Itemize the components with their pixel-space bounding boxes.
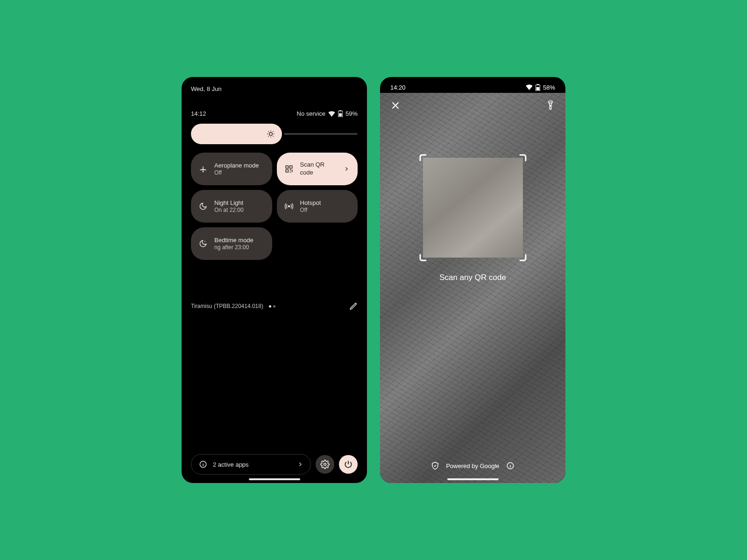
frame-corner [419,154,435,170]
version-row: Tiramisu (TPBB.220414.018) [182,288,367,310]
battery-percent: 59% [345,110,358,117]
status-bar: 14:20 58% [380,77,565,93]
scan-frame [419,154,527,261]
date-label: Wed, 8 Jun [182,77,367,92]
build-label: Tiramisu (TPBB.220414.018) [191,303,263,309]
battery-icon [536,84,540,91]
airplane-icon [198,165,208,173]
brightness-slider[interactable] [182,117,367,144]
qr-icon [284,165,294,173]
wifi-icon [328,111,335,117]
tile-title: Bedtime mode [214,237,265,245]
shield-icon [431,462,439,470]
edit-icon[interactable] [349,302,358,310]
chevron-right-icon [344,166,350,172]
nav-handle[interactable] [447,478,499,480]
time-label: 14:20 [390,84,406,91]
chevron-right-icon [297,462,303,467]
active-apps-pill[interactable]: 2 active apps [191,454,311,475]
settings-button[interactable] [316,455,334,474]
wifi-icon [526,84,533,90]
tile-title: Scan QR code [300,161,338,177]
svg-rect-6 [286,170,288,172]
frame-corner [511,154,527,170]
svg-point-10 [324,463,326,466]
hotspot-icon [284,202,294,210]
quick-settings-tiles: Aeroplane mode Off Scan QR code Night Li… [182,144,367,260]
page-dots [269,305,275,308]
service-label: No service [297,110,325,117]
gear-icon [320,460,330,469]
tile-sub: On at 22:00 [214,207,265,213]
qr-scanner-screen: 14:20 58% Scan any QR code Pow [380,77,565,483]
frame-corner [511,245,527,261]
tile-scan-qr[interactable]: Scan QR code [277,153,358,185]
tile-title: Night Light [214,199,265,207]
flashlight-button[interactable] [546,100,555,111]
active-apps-label: 2 active apps [213,461,292,468]
frame-corner [419,245,435,261]
camera-viewfinder [380,93,565,483]
battery-percent: 58% [543,84,555,91]
tile-title: Aeroplane mode [214,162,265,170]
tile-bedtime-mode[interactable]: Bedtime mode ng after 23:00 [191,227,272,260]
status-bar: 14:12 No service 59% [182,92,367,117]
time-label: 14:12 [191,110,206,117]
battery-icon [338,110,343,117]
svg-rect-4 [286,166,288,168]
powered-label: Powered by Google [446,462,499,469]
power-button[interactable] [339,455,358,474]
svg-rect-14 [549,101,552,103]
bedtime-icon [198,239,208,248]
nav-handle[interactable] [249,478,300,480]
info-icon [199,460,207,469]
bottom-bar: 2 active apps [191,454,358,475]
tile-sub: Off [300,207,351,213]
tile-hotspot[interactable]: Hotspot Off [277,190,358,223]
svg-point-7 [288,206,289,207]
scan-prompt: Scan any QR code [380,273,565,282]
svg-point-8 [204,241,205,242]
brightness-icon [266,129,275,139]
svg-rect-5 [289,166,292,168]
svg-point-3 [269,133,273,136]
tile-sub: Off [214,169,265,176]
svg-rect-13 [536,87,540,90]
svg-rect-2 [339,113,342,117]
tile-aeroplane-mode[interactable]: Aeroplane mode Off [191,153,272,185]
info-icon[interactable] [506,462,514,470]
tile-sub: ng after 23:00 [214,244,265,251]
powered-row: Powered by Google [380,462,565,470]
power-icon [344,460,353,469]
tile-night-light[interactable]: Night Light On at 22:00 [191,190,272,223]
tile-title: Hotspot [300,199,351,207]
quick-settings-screen: Wed, 8 Jun 14:12 No service 59% [182,77,367,483]
close-button[interactable] [390,100,401,111]
svg-point-15 [550,105,551,106]
moon-icon [198,202,208,210]
